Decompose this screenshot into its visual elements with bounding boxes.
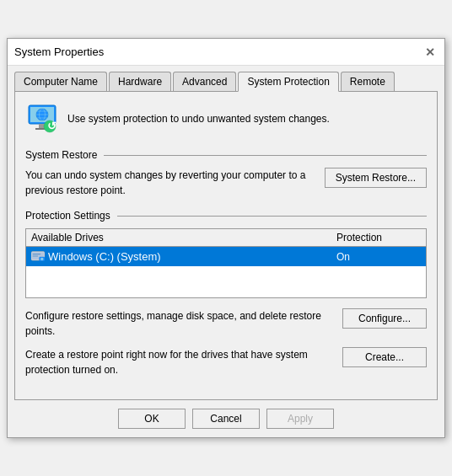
tab-computer-name[interactable]: Computer Name [14, 72, 107, 92]
svg-rect-15 [33, 255, 38, 256]
svg-point-17 [40, 257, 43, 259]
svg-text:↺: ↺ [47, 120, 56, 132]
table-body: Windows (C:) (System) On [26, 247, 426, 297]
protection-cell: On [336, 251, 421, 263]
ok-button[interactable]: OK [118, 409, 186, 429]
footer: OK Cancel Apply [8, 400, 444, 437]
system-restore-section: System Restore You can undo system chang… [25, 149, 427, 198]
window-title: System Properties [14, 45, 104, 58]
drives-table: Available Drives Protection [25, 228, 427, 298]
configure-row: Configure restore settings, manage disk … [25, 308, 427, 339]
cancel-button[interactable]: Cancel [192, 409, 260, 429]
system-restore-button[interactable]: System Restore... [325, 168, 427, 188]
configure-button[interactable]: Configure... [342, 308, 427, 329]
banner: ↺ Use system protection to undo unwanted… [25, 102, 427, 136]
create-button[interactable]: Create... [342, 347, 427, 367]
drive-icon [31, 251, 45, 263]
svg-rect-14 [33, 254, 41, 254]
protection-settings-title: Protection Settings [25, 210, 110, 222]
protection-settings-header: Protection Settings [25, 210, 427, 222]
system-restore-title: System Restore [25, 149, 97, 161]
header-protection: Protection [336, 232, 421, 243]
section-divider-2 [117, 216, 427, 217]
tab-bar: Computer Name Hardware Advanced System P… [8, 66, 444, 91]
tab-advanced[interactable]: Advanced [173, 72, 236, 92]
drive-cell: Windows (C:) (System) [31, 250, 336, 263]
tab-hardware[interactable]: Hardware [109, 72, 171, 92]
drive-name: Windows (C:) (System) [48, 250, 161, 263]
configure-description: Configure restore settings, manage disk … [25, 308, 334, 339]
close-button[interactable]: ✕ [422, 45, 438, 60]
header-drives: Available Drives [31, 232, 336, 243]
system-restore-header: System Restore [25, 149, 427, 161]
apply-button[interactable]: Apply [266, 409, 334, 429]
banner-text: Use system protection to undo unwanted s… [67, 112, 330, 126]
restore-description: You can undo system changes by reverting… [25, 168, 316, 198]
tab-remote[interactable]: Remote [341, 72, 395, 92]
restore-row: You can undo system changes by reverting… [25, 168, 427, 198]
system-properties-window: System Properties ✕ Computer Name Hardwa… [7, 38, 445, 438]
table-row[interactable]: Windows (C:) (System) On [26, 247, 426, 266]
protection-settings-section: Protection Settings Available Drives Pro… [25, 210, 427, 377]
create-row: Create a restore point right now for the… [25, 347, 427, 377]
content-area: ↺ Use system protection to undo unwanted… [14, 91, 438, 400]
tab-system-protection[interactable]: System Protection [238, 72, 338, 92]
create-description: Create a restore point right now for the… [25, 347, 334, 377]
system-protection-icon: ↺ [25, 102, 59, 136]
table-header: Available Drives Protection [26, 229, 426, 247]
title-bar: System Properties ✕ [8, 39, 444, 66]
section-divider-1 [104, 155, 427, 156]
